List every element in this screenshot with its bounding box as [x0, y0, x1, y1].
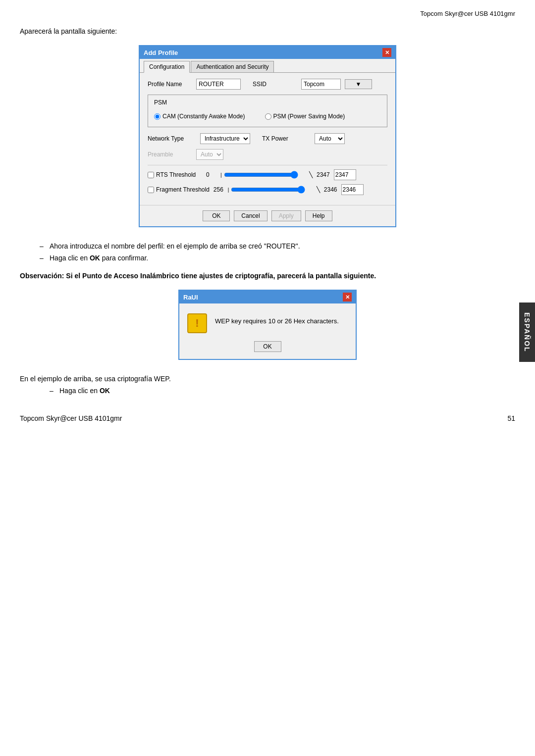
bullet-list-1: Ahora introduzca el nombre del perfil: e… — [40, 242, 515, 262]
side-label: ESPAÑOL — [519, 302, 535, 362]
dialog-content: Configuration Authentication and Securit… — [140, 59, 395, 226]
psm-cam-radio[interactable] — [154, 113, 160, 120]
raui-message: WEP key requires 10 or 26 Hex characters… — [215, 313, 339, 326]
network-type-select[interactable]: Infrastructure Ad-Hoc — [200, 133, 250, 144]
fragment-threshold-input[interactable] — [341, 184, 364, 195]
ssid-input[interactable] — [301, 79, 341, 90]
bottom-list: Haga clic en OK — [50, 387, 515, 395]
dialog-footer: OK Cancel Apply Help — [140, 205, 395, 226]
intro-text: Aparecerá la pantalla siguiente: — [20, 27, 515, 35]
rts-max-val: 2347 — [317, 171, 330, 178]
rts-threshold-slider[interactable] — [224, 171, 298, 179]
psm-power-save-option[interactable]: PSM (Power Saving Mode) — [265, 113, 345, 120]
rts-backslash: ╲ — [309, 171, 313, 178]
profile-name-row: Profile Name SSID ▼ — [148, 79, 387, 90]
page-header: Topcom Skyr@cer USB 4101gmr — [20, 10, 515, 17]
footer-right: 51 — [507, 414, 515, 422]
raui-close-button[interactable]: ✕ — [343, 293, 352, 302]
rts-slider-track: 0 | — [206, 171, 305, 179]
form-area: Profile Name SSID ▼ PSM CAM (Constantly … — [140, 73, 395, 205]
rts-threshold-row: RTS Threshold 0 | ╲ 2347 — [148, 169, 387, 180]
raui-footer: OK — [179, 341, 356, 359]
fragment-backslash: ╲ — [317, 186, 320, 193]
preamble-label: Preamble — [148, 151, 192, 158]
tabs-bar: Configuration Authentication and Securit… — [140, 59, 395, 73]
tx-power-label: TX Power — [262, 135, 307, 142]
fragment-threshold-label: Fragment Threshold — [148, 186, 210, 193]
raui-dialog-container: RaUI ✕ ! WEP key requires 10 or 26 Hex c… — [20, 290, 515, 360]
dialog-title: Add Profile — [144, 49, 178, 56]
add-profile-dialog-container: Add Profile ✕ Configuration Authenticati… — [20, 45, 515, 227]
ssid-dropdown-button[interactable]: ▼ — [345, 79, 372, 89]
fragment-threshold-row: Fragment Threshold 256 | ╲ 2346 — [148, 184, 387, 195]
raui-titlebar: RaUI ✕ — [179, 291, 356, 303]
rts-threshold-input[interactable] — [334, 169, 356, 180]
psm-power-save-label: PSM (Power Saving Mode) — [273, 113, 345, 120]
network-type-label: Network Type — [148, 135, 192, 142]
help-button[interactable]: Help — [305, 210, 332, 221]
psm-psm-radio[interactable] — [265, 113, 271, 120]
psm-options: CAM (Constantly Awake Mode) PSM (Power S… — [154, 110, 381, 123]
dialog-titlebar: Add Profile ✕ — [140, 46, 395, 59]
fragment-max-val: 2346 — [324, 186, 337, 193]
profile-name-input[interactable] — [196, 79, 241, 90]
bullet-item-2: Haga clic en OK para confirmar. — [40, 254, 515, 262]
preamble-select: Auto — [196, 149, 223, 160]
cancel-button[interactable]: Cancel — [234, 210, 267, 221]
ssid-label: SSID — [253, 81, 297, 88]
preamble-row: Preamble Auto — [148, 149, 387, 160]
bullet-item-1: Ahora introduzca el nombre del perfil: e… — [40, 242, 515, 250]
footer-left: Topcom Skyr@cer USB 4101gmr — [20, 414, 122, 422]
rts-threshold-label: RTS Threshold — [148, 171, 202, 178]
ok-button[interactable]: OK — [203, 210, 230, 221]
apply-button[interactable]: Apply — [271, 210, 301, 221]
raui-ok-button[interactable]: OK — [254, 341, 281, 352]
raui-content: ! WEP key requires 10 or 26 Hex characte… — [179, 303, 356, 341]
psm-group: PSM CAM (Constantly Awake Mode) PSM (Pow… — [148, 95, 387, 127]
rts-threshold-checkbox[interactable] — [148, 172, 154, 178]
tab-configuration[interactable]: Configuration — [144, 61, 190, 73]
network-type-row: Network Type Infrastructure Ad-Hoc TX Po… — [148, 133, 387, 144]
fragment-min-val: 256 — [214, 186, 226, 193]
bottom-bullet-1: Haga clic en OK — [50, 387, 515, 395]
page-footer: Topcom Skyr@cer USB 4101gmr 51 — [20, 414, 515, 422]
fragment-threshold-checkbox[interactable] — [148, 187, 154, 193]
raui-title: RaUI — [183, 294, 198, 301]
note-bold: Observación: Si el Punto de Acceso Inalá… — [20, 272, 515, 280]
fragment-slider-track: 256 | — [214, 186, 313, 194]
warning-icon: ! — [187, 313, 207, 333]
rts-min-val: 0 — [206, 171, 218, 178]
psm-legend: PSM — [154, 99, 381, 106]
fragment-threshold-slider[interactable] — [231, 186, 305, 194]
add-profile-dialog: Add Profile ✕ Configuration Authenticati… — [139, 45, 396, 227]
fragment-slider-tick: | — [228, 187, 229, 193]
header-title: Topcom Skyr@cer USB 4101gmr — [420, 10, 515, 17]
psm-cam-label: CAM (Constantly Awake Mode) — [162, 113, 245, 120]
tx-power-select[interactable]: Auto 25% 50% 75% 100% — [315, 133, 345, 144]
tab-authentication-security[interactable]: Authentication and Security — [191, 61, 274, 72]
psm-cam-option[interactable]: CAM (Constantly Awake Mode) — [154, 113, 245, 120]
profile-name-label: Profile Name — [148, 81, 192, 88]
dialog-close-button[interactable]: ✕ — [382, 48, 391, 57]
rts-slider-tick: | — [220, 172, 222, 178]
bottom-text: En el ejemplo de arriba, se usa criptogr… — [20, 375, 515, 383]
raui-dialog: RaUI ✕ ! WEP key requires 10 or 26 Hex c… — [178, 290, 357, 360]
